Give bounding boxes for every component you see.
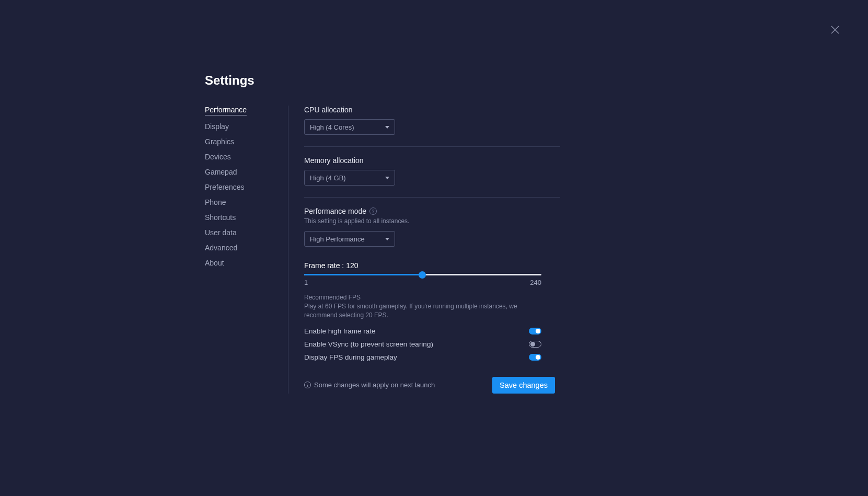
high-frame-rate-toggle[interactable]: [529, 328, 541, 334]
sidebar-item-graphics[interactable]: Graphics: [205, 137, 234, 146]
info-icon: i: [304, 382, 311, 388]
memory-allocation-section: Memory allocation High (4 GB): [304, 156, 560, 198]
frame-rate-slider-thumb[interactable]: [419, 271, 426, 279]
vsync-toggle[interactable]: [529, 341, 541, 348]
chevron-down-icon: [385, 126, 389, 129]
sidebar-item-about[interactable]: About: [205, 259, 224, 267]
page-title: Settings: [205, 73, 560, 88]
frame-rate-max: 240: [530, 279, 541, 286]
frame-rate-slider-fill: [304, 274, 422, 275]
sidebar-item-phone[interactable]: Phone: [205, 198, 226, 206]
settings-sidebar: Performance Display Graphics Devices Gam…: [205, 106, 288, 394]
performance-mode-value: High Performance: [310, 235, 365, 243]
performance-mode-section: Performance mode ? This setting is appli…: [304, 207, 560, 394]
cpu-allocation-value: High (4 Cores): [310, 123, 354, 131]
close-icon: [830, 25, 840, 34]
high-frame-rate-label: Enable high frame rate: [304, 327, 376, 335]
chevron-down-icon: [385, 238, 389, 240]
memory-allocation-select[interactable]: High (4 GB): [304, 170, 395, 186]
frame-rate-label: Frame rate : 120: [304, 261, 560, 270]
sidebar-item-performance[interactable]: Performance: [205, 106, 247, 116]
performance-mode-label: Performance mode ?: [304, 207, 560, 215]
sidebar-item-user-data[interactable]: User data: [205, 228, 237, 237]
performance-mode-sublabel: This setting is applied to all instances…: [304, 217, 560, 225]
frame-rate-slider[interactable]: [304, 274, 541, 275]
memory-allocation-value: High (4 GB): [310, 174, 346, 182]
sidebar-item-shortcuts[interactable]: Shortcuts: [205, 213, 236, 222]
display-fps-toggle[interactable]: [529, 354, 541, 361]
footer-note: i Some changes will apply on next launch: [304, 381, 435, 389]
toggle-row-high-frame-rate: Enable high frame rate: [304, 327, 541, 335]
chevron-down-icon: [385, 177, 389, 179]
sidebar-item-advanced[interactable]: Advanced: [205, 244, 237, 252]
close-button[interactable]: [830, 25, 841, 36]
sidebar-item-preferences[interactable]: Preferences: [205, 183, 244, 191]
frame-rate-min: 1: [304, 279, 308, 286]
memory-allocation-label: Memory allocation: [304, 156, 560, 165]
recommended-fps-title: Recommended FPS: [304, 294, 560, 301]
help-icon[interactable]: ?: [369, 207, 377, 215]
sidebar-item-display[interactable]: Display: [205, 122, 229, 131]
toggle-row-display-fps: Display FPS during gameplay: [304, 353, 541, 361]
display-fps-label: Display FPS during gameplay: [304, 353, 397, 361]
vsync-label: Enable VSync (to prevent screen tearing): [304, 340, 433, 348]
toggle-row-vsync: Enable VSync (to prevent screen tearing): [304, 340, 541, 348]
save-changes-button[interactable]: Save changes: [492, 377, 555, 394]
sidebar-item-devices[interactable]: Devices: [205, 153, 231, 161]
sidebar-item-gamepad[interactable]: Gamepad: [205, 168, 237, 176]
settings-content: CPU allocation High (4 Cores) Memory all…: [288, 106, 560, 394]
cpu-allocation-section: CPU allocation High (4 Cores): [304, 106, 560, 147]
cpu-allocation-select[interactable]: High (4 Cores): [304, 119, 395, 135]
cpu-allocation-label: CPU allocation: [304, 106, 560, 114]
performance-mode-select[interactable]: High Performance: [304, 231, 395, 247]
recommended-fps-body: Play at 60 FPS for smooth gameplay. If y…: [304, 302, 541, 320]
